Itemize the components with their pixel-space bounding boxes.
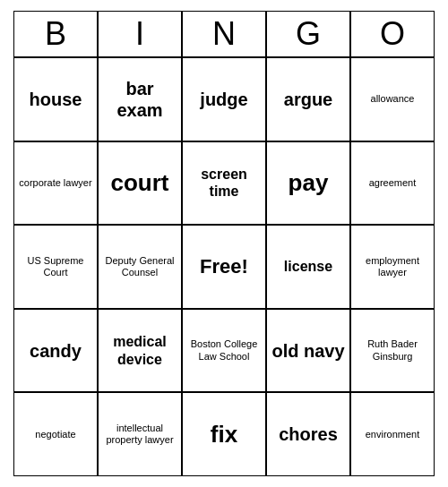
bingo-cell-24: environment bbox=[350, 392, 435, 476]
header-letter-B: B bbox=[13, 11, 98, 57]
header-letter-G: G bbox=[266, 11, 350, 57]
bingo-cell-1: bar exam bbox=[98, 57, 182, 141]
bingo-cell-10: US Supreme Court bbox=[13, 225, 98, 309]
bingo-cell-4: allowance bbox=[350, 57, 435, 141]
bingo-cell-18: old navy bbox=[266, 309, 350, 393]
bingo-card: BINGO housebar examjudgeargueallowanceco… bbox=[13, 11, 435, 476]
bingo-header: BINGO bbox=[13, 11, 435, 57]
bingo-cell-19: Ruth Bader Ginsburg bbox=[350, 309, 435, 393]
bingo-cell-13: license bbox=[266, 225, 350, 309]
bingo-cell-16: medical device bbox=[98, 309, 182, 393]
bingo-cell-8: pay bbox=[266, 141, 350, 226]
bingo-cell-11: Deputy General Counsel bbox=[98, 225, 182, 309]
header-letter-I: I bbox=[98, 11, 182, 57]
bingo-cell-9: agreement bbox=[350, 141, 435, 226]
bingo-cell-0: house bbox=[13, 57, 98, 141]
bingo-cell-3: argue bbox=[266, 57, 350, 141]
header-letter-O: O bbox=[350, 11, 435, 57]
bingo-cell-20: negotiate bbox=[13, 392, 98, 476]
bingo-cell-7: screen time bbox=[182, 141, 266, 226]
bingo-cell-21: intellectual property lawyer bbox=[98, 392, 182, 476]
bingo-cell-2: judge bbox=[182, 57, 266, 141]
header-letter-N: N bbox=[182, 11, 266, 57]
bingo-cell-14: employment lawyer bbox=[350, 225, 435, 309]
bingo-cell-5: corporate lawyer bbox=[13, 141, 98, 226]
bingo-cell-17: Boston College Law School bbox=[182, 309, 266, 393]
bingo-cell-12: Free! bbox=[182, 225, 266, 309]
bingo-cell-6: court bbox=[98, 141, 182, 226]
bingo-grid: housebar examjudgeargueallowancecorporat… bbox=[13, 57, 435, 476]
bingo-cell-15: candy bbox=[13, 309, 98, 393]
bingo-cell-23: chores bbox=[266, 392, 350, 476]
bingo-cell-22: fix bbox=[182, 392, 266, 476]
